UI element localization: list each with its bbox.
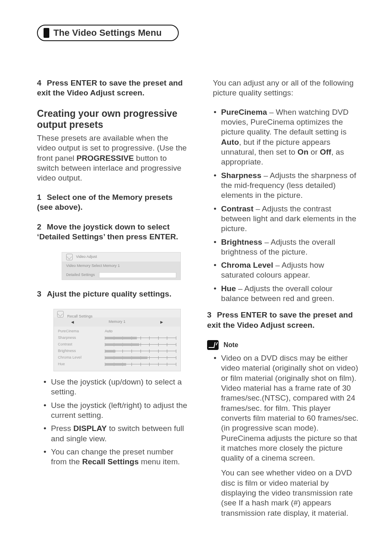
ui2-line-contrast: Contrast [58, 341, 176, 348]
progressive-button-label: PROGRESSIVE [76, 154, 134, 162]
note-bullets: Video on a DVD discs may be either video… [214, 353, 359, 463]
step-1: 1Select one of the Memory presets (see a… [37, 192, 189, 213]
ui-row-text: Video Memory Select Memory 1 [66, 264, 120, 269]
ui2-line-brightness: Brightness [58, 348, 176, 354]
ui2-slider [105, 356, 176, 359]
off-label: Off [320, 148, 332, 156]
item-chroma-level: Chroma Level – Adjusts how saturated col… [214, 260, 359, 280]
bullet-joystick-leftright: Use the joystick (left/right) to adjust … [44, 401, 189, 421]
note-body: Video on a DVD discs may be either video… [214, 353, 359, 463]
chapter-tab-marker [44, 28, 49, 38]
step-4: 4Press ENTER to save the preset and exit… [37, 78, 189, 98]
ui-video-adjust-memory: Video Adjust Video Memory Select Memory … [62, 252, 181, 280]
note-label: Note [224, 341, 238, 349]
item-hue: Hue – Adjusts the overall colour balance… [214, 284, 359, 304]
arrow-right-icon: ► [159, 319, 164, 325]
step-number: 4 [37, 78, 47, 88]
chapter-tab: The Video Settings Menu [37, 25, 179, 41]
bullet-joystick-updown: Use the joystick (up/down) to select a s… [44, 377, 189, 397]
ui2-line-purecinema: PureCinema Auto [58, 328, 176, 335]
ui2-line-chroma: Chroma Level [58, 354, 176, 361]
note-header: Note [207, 340, 359, 350]
ui-header-row: Video Adjust [62, 253, 180, 262]
step-1-text: Select one of the Memory presets (see ab… [37, 193, 173, 211]
ui2-body: PureCinema Auto Sharpness Contrast [54, 327, 180, 371]
left-column: 4Press ENTER to save the preset and exit… [37, 78, 189, 518]
ui2-line-sharpness: Sharpness [58, 335, 176, 341]
ui-title: Video Adjust [76, 255, 97, 259]
right-column: You can adjust any or all of the followi… [207, 78, 359, 518]
two-column-layout: 4Press ENTER to save the preset and exit… [37, 78, 359, 518]
bullet-recall: You can change the preset number from th… [44, 447, 189, 467]
ui2-slider [105, 363, 176, 366]
intro-paragraph: These presets are available when the vid… [37, 133, 189, 183]
step-2: 2Move the joystick down to select ‘Detai… [37, 222, 189, 242]
ui2-recall: Recall Settings [67, 314, 93, 318]
bullet-recall-post: menu item. [139, 457, 180, 466]
step-4-text: Press ENTER to save the preset and exit … [37, 79, 183, 97]
ui-video-adjust-detailed: Recall Settings ◄ Memory 1 ► PureCinema … [53, 309, 181, 371]
display-button-label: DISPLAY [73, 424, 106, 433]
ui2-lbl: Chroma Level [58, 355, 103, 360]
subheading-progressive-presets: Creating your own progressive output pre… [37, 108, 189, 131]
ui2-val: Auto [105, 329, 113, 334]
ui2-slider [105, 336, 176, 340]
ui2-lbl: Sharpness [58, 336, 103, 341]
left-bullets: Use the joystick (up/down) to select a s… [44, 377, 189, 467]
ui-highlight-bar [99, 272, 176, 278]
t: or [309, 148, 320, 156]
ui-row-memory-select: Video Memory Select Memory 1 [62, 262, 180, 271]
ui2-lbl: Hue [58, 362, 103, 367]
ui2-slider [105, 350, 176, 353]
item-name: PureCinema [221, 108, 267, 116]
chapter-tab-title: The Video Settings Menu [53, 27, 161, 39]
ui2-lbl: PureCinema [58, 329, 103, 334]
pencil-note-icon [207, 340, 219, 350]
ui2-line-hue: Hue [58, 361, 176, 368]
item-brightness: Brightness – Adjusts the overall brightn… [214, 237, 359, 257]
step-number: 3 [207, 310, 217, 320]
item-name: Sharpness [221, 171, 261, 180]
bullet-display-pre: Press [51, 424, 73, 433]
ui2-lbl: Brightness [58, 349, 103, 354]
step-3-left-text: Ajust the picture quality settings. [47, 290, 171, 298]
ui2-memory-label: Memory 1 [109, 320, 126, 324]
ui2-nav: ◄ Memory 1 ► [54, 317, 180, 327]
item-name: Chroma Level [221, 261, 273, 269]
item-contrast: Contrast – Adjusts the contrast between … [214, 204, 359, 234]
ui-row-detailed-settings: Detailed Settings [62, 271, 180, 280]
step-number: 3 [37, 289, 47, 299]
right-lead: You can adjust any or all of the followi… [213, 78, 359, 98]
arrow-left-icon: ◄ [70, 319, 75, 325]
item-purecinema: PureCinema – When watching DVD movies, P… [214, 107, 359, 167]
item-name: Contrast [221, 204, 254, 213]
step-number: 1 [37, 192, 47, 202]
page-icon [57, 311, 64, 317]
ui-row-label: Detailed Settings [66, 273, 95, 278]
ui2-header: Recall Settings [54, 309, 180, 317]
bullet-display: Press DISPLAY to switch between full and… [44, 424, 189, 444]
auto-label: Auto [221, 138, 239, 146]
step-3-left: 3Ajust the picture quality settings. [37, 289, 189, 299]
step-number: 2 [37, 222, 47, 232]
ui2-lbl: Contrast [58, 342, 103, 347]
step-2-text: Move the joystick down to select ‘Detail… [37, 222, 178, 241]
page-icon [66, 254, 73, 260]
item-name: Hue [221, 284, 236, 293]
recall-settings-label: Recall Settings [82, 457, 139, 466]
on-label: On [297, 148, 309, 156]
ui2-slider [105, 343, 176, 346]
item-sharpness: Sharpness – Adjusts the sharpness of the… [214, 171, 359, 201]
step-3-right: 3Press ENTER to save the preset and exit… [207, 310, 359, 330]
settings-list: PureCinema – When watching DVD movies, P… [214, 107, 359, 304]
t: – Adjusts the overall colour balance bet… [221, 284, 334, 303]
note-follow: You can see whether video on a DVD disc … [221, 468, 359, 518]
step-3-right-text: Press ENTER to save the preset and exit … [207, 310, 353, 329]
item-name: Brightness [221, 238, 262, 246]
